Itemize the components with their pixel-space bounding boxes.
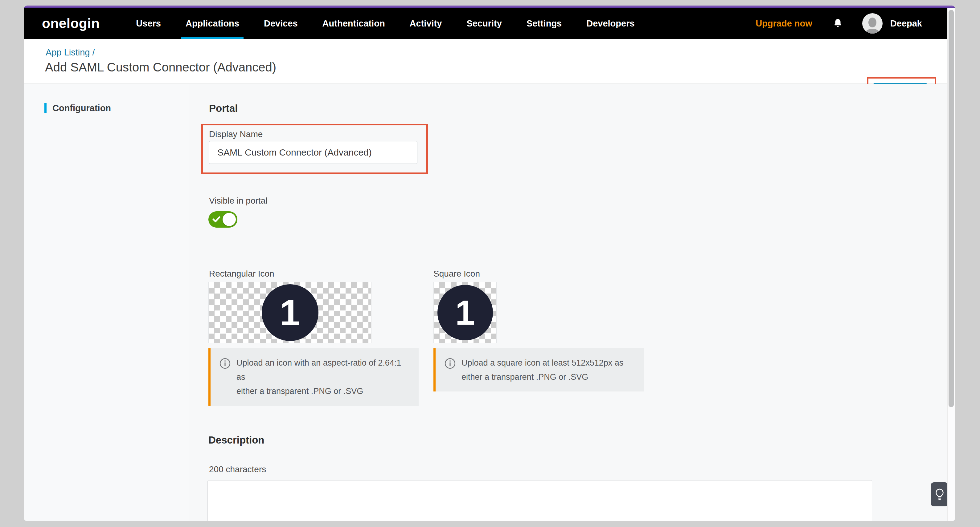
display-name-label: Display Name xyxy=(209,129,262,139)
user-avatar[interactable] xyxy=(862,13,883,33)
avatar-head-shape xyxy=(869,17,877,27)
onelogin-number-logo: 1 xyxy=(262,284,318,341)
onelogin-logo[interactable]: onelogin xyxy=(42,16,100,31)
nav-item-settings[interactable]: Settings xyxy=(527,8,562,39)
nav-item-developers[interactable]: Developers xyxy=(586,8,635,39)
note-line: Upload a square icon at least 512x512px … xyxy=(461,356,623,370)
help-lightbulb-button[interactable] xyxy=(931,483,948,506)
rectangular-icon-label: Rectangular Icon xyxy=(209,269,274,279)
description-textarea[interactable] xyxy=(207,480,872,521)
avatar-shoulders-shape xyxy=(865,29,880,33)
visible-in-portal-label: Visible in portal xyxy=(209,196,267,206)
check-icon xyxy=(212,216,220,223)
nav-item-devices[interactable]: Devices xyxy=(264,8,298,39)
lightbulb-icon xyxy=(934,488,945,500)
topbar-right-cluster: Upgrade now Deepak xyxy=(756,8,922,39)
square-icon-note: Upload a square icon at least 512x512px … xyxy=(433,348,644,392)
square-icon-label: Square Icon xyxy=(433,269,480,279)
nav-item-authentication[interactable]: Authentication xyxy=(323,8,385,39)
active-indicator-bar xyxy=(45,103,46,113)
info-icon xyxy=(444,357,456,369)
onelogin-number-logo: 1 xyxy=(438,285,493,340)
toggle-knob xyxy=(223,213,236,226)
window-top-strip xyxy=(24,6,955,8)
nav-item-applications[interactable]: Applications xyxy=(186,8,239,39)
upgrade-now-link[interactable]: Upgrade now xyxy=(756,19,812,29)
note-line: Upload an icon with an aspect-ratio of 2… xyxy=(237,356,411,384)
user-name[interactable]: Deepak xyxy=(890,19,922,29)
rectangular-icon-upload-area[interactable]: 1 xyxy=(208,282,371,343)
sidebar: Configuration xyxy=(24,84,189,521)
rectangular-icon-note: Upload an icon with an aspect-ratio of 2… xyxy=(208,348,418,406)
app-window: onelogin Users Applications Devices Auth… xyxy=(24,6,955,521)
description-section-heading: Description xyxy=(208,434,264,446)
nav-menu: Users Applications Devices Authenticatio… xyxy=(136,8,635,39)
notifications-bell-icon[interactable] xyxy=(833,17,843,29)
nav-item-security[interactable]: Security xyxy=(466,8,501,39)
sidebar-item-label: Configuration xyxy=(52,103,111,113)
scrollbar-thumb[interactable] xyxy=(948,10,954,407)
page-header: App Listing / Add SAML Custom Connector … xyxy=(24,39,955,84)
sidebar-item-configuration[interactable]: Configuration xyxy=(24,100,189,116)
square-icon-upload-area[interactable]: 1 xyxy=(433,282,496,343)
top-nav-bar: onelogin Users Applications Devices Auth… xyxy=(24,8,955,39)
note-line: either a transparent .PNG or .SVG xyxy=(237,384,411,398)
display-name-input[interactable] xyxy=(209,141,417,164)
info-icon xyxy=(219,357,231,369)
scrollbar-track[interactable] xyxy=(947,8,955,521)
portal-section-heading: Portal xyxy=(209,103,238,114)
page-title: Add SAML Custom Connector (Advanced) xyxy=(45,60,276,74)
breadcrumb[interactable]: App Listing / xyxy=(46,48,95,57)
character-count-label: 200 characters xyxy=(209,465,266,474)
nav-item-activity[interactable]: Activity xyxy=(410,8,442,39)
visible-in-portal-toggle[interactable] xyxy=(208,211,237,228)
note-line: either a transparent .PNG or .SVG xyxy=(461,370,623,384)
nav-item-users[interactable]: Users xyxy=(136,8,161,39)
